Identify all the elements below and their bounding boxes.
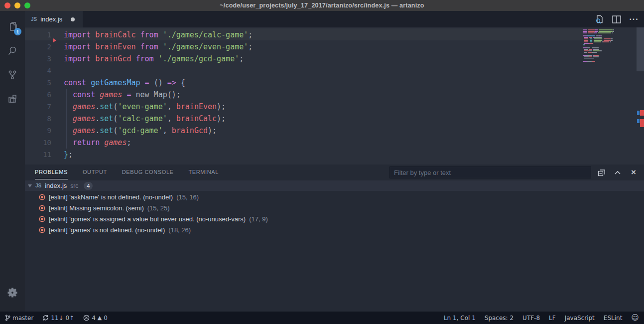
line-number: 8 xyxy=(25,115,51,123)
minimap-line xyxy=(583,59,637,60)
line-number: 5 xyxy=(25,79,51,87)
maximize-panel-icon[interactable] xyxy=(613,168,622,177)
problem-location: (15, 25) xyxy=(147,204,170,212)
chevron-expanded-icon[interactable] xyxy=(28,184,32,187)
code-line[interactable]: 2import brainEven from './games/even-gam… xyxy=(25,41,253,53)
problems-file-path: src xyxy=(70,182,78,189)
status-bar-right: Ln 1, Col 1Spaces: 2UTF-8LFJavaScriptESL… xyxy=(435,314,639,322)
git-branch-item[interactable]: master xyxy=(5,315,33,322)
minimap-line xyxy=(583,29,637,30)
git-sync-item[interactable]: 11↓ 0↑ xyxy=(42,315,74,322)
problem-row[interactable]: [eslint] 'games' is not defined. (no-und… xyxy=(25,224,644,235)
status-item-javascript[interactable]: JavaScript xyxy=(565,315,595,322)
status-item-ln-1-col-1[interactable]: Ln 1, Col 1 xyxy=(444,315,476,322)
code-line[interactable]: 9 games.set('gcd-game', brainGcd); xyxy=(25,125,253,137)
collapse-all-icon[interactable] xyxy=(597,168,606,177)
js-file-icon: JS xyxy=(35,183,41,188)
status-item-lf[interactable]: LF xyxy=(549,315,556,322)
code-line[interactable]: 3import brainGcd from './games/gcd-game'… xyxy=(25,53,253,65)
problem-message: [eslint] 'gomes' is assigned a value but… xyxy=(49,215,246,223)
error-icon xyxy=(39,216,45,222)
error-count: 4 xyxy=(92,315,96,322)
code-text: import brainCalc from './games/calc-game… xyxy=(64,30,253,39)
code-editor[interactable]: 1import brainCalc from './games/calc-gam… xyxy=(25,27,644,164)
problem-row[interactable]: [eslint] 'gomes' is assigned a value but… xyxy=(25,213,644,224)
explorer-icon[interactable]: 1 xyxy=(0,15,25,39)
code-line[interactable]: 8 games.set('calc-game', brainCalc); xyxy=(25,113,253,125)
ruler-error-mark xyxy=(640,119,644,127)
source-control-icon[interactable] xyxy=(0,63,25,87)
line-number: 3 xyxy=(25,55,51,63)
extensions-icon[interactable] xyxy=(0,87,25,111)
panel-tab-output[interactable]: OUTPUT xyxy=(83,164,107,179)
code-line[interactable]: 5const getGamesMap = () => { xyxy=(25,77,253,89)
problem-row[interactable]: [eslint] Missing semicolon. (semi)(15, 2… xyxy=(25,202,644,213)
code-text: }; xyxy=(64,150,73,159)
code-text: return games; xyxy=(64,138,131,147)
error-icon xyxy=(39,227,45,233)
panel-tab-terminal[interactable]: TERMINAL xyxy=(189,164,219,179)
warning-count: 0 xyxy=(104,315,108,322)
code-line[interactable]: 4 xyxy=(25,65,253,77)
code-area: 1import brainCalc from './games/calc-gam… xyxy=(25,29,253,161)
panel-tab-problems[interactable]: PROBLEMS xyxy=(35,164,68,179)
split-editor-icon[interactable] xyxy=(612,14,622,24)
js-file-icon: JS xyxy=(31,16,37,22)
window-title: ~/code/user_projects/july_17_2017/artani… xyxy=(0,2,644,9)
scrollbar-slider[interactable] xyxy=(637,27,644,71)
minimap-line xyxy=(583,44,637,45)
code-line[interactable]: 1import brainCalc from './games/calc-gam… xyxy=(25,29,253,41)
problems-file-group[interactable]: JS index.js src 4 xyxy=(25,180,644,191)
minimap-line xyxy=(583,50,637,51)
modified-dot-icon[interactable] xyxy=(71,17,75,21)
search-icon[interactable] xyxy=(0,39,25,63)
problems-list: [eslint] 'askName' is not defined. (no-u… xyxy=(25,191,644,235)
status-item-eslint[interactable]: ESLint xyxy=(604,315,623,322)
code-line[interactable]: 6 const games = new Map(); xyxy=(25,89,253,101)
overview-ruler[interactable] xyxy=(637,27,644,164)
code-line[interactable]: 7 games.set('even-game', brainEven); xyxy=(25,101,253,113)
close-panel-icon[interactable]: × xyxy=(629,168,638,177)
minimap-line xyxy=(583,52,637,53)
more-actions-icon[interactable]: ··· xyxy=(629,14,639,24)
problem-row[interactable]: [eslint] 'askName' is not defined. (no-u… xyxy=(25,191,644,202)
minimap-line xyxy=(583,34,637,35)
error-icon xyxy=(83,315,90,321)
line-number: 7 xyxy=(25,103,51,111)
panel-tab-debug-console[interactable]: DEBUG CONSOLE xyxy=(122,164,174,179)
minimap-line xyxy=(583,58,637,59)
line-number: 1 xyxy=(25,31,51,39)
error-icon xyxy=(39,194,45,200)
problems-filter-input[interactable] xyxy=(389,166,591,178)
line-number: 4 xyxy=(25,67,51,75)
settings-gear-icon[interactable] xyxy=(0,281,25,305)
minimap-line xyxy=(583,53,637,54)
sync-icon xyxy=(42,315,49,321)
problem-location: (18, 26) xyxy=(168,226,191,234)
tab-index-js[interactable]: JS index.js xyxy=(25,11,83,27)
feedback-smiley-icon[interactable]: ☺ xyxy=(631,314,639,322)
problem-message: [eslint] 'askName' is not defined. (no-u… xyxy=(49,193,173,201)
problems-status-item[interactable]: 4 ▲ 0 xyxy=(83,315,108,322)
gutter-error-marker xyxy=(53,38,56,42)
code-line[interactable]: 10 return games; xyxy=(25,137,253,149)
status-item-utf-8[interactable]: UTF-8 xyxy=(522,315,540,322)
minimap[interactable] xyxy=(583,29,637,62)
tab-strip: JS index.js xyxy=(25,11,644,27)
code-text: const getGamesMap = () => { xyxy=(64,78,185,87)
title-bar: ~/code/user_projects/july_17_2017/artani… xyxy=(0,0,644,11)
sync-counts: 11↓ 0↑ xyxy=(51,315,74,322)
code-line[interactable]: 11}; xyxy=(25,149,253,161)
minimap-line xyxy=(583,49,637,50)
minimap-line xyxy=(583,41,637,42)
branch-name: master xyxy=(12,315,33,322)
minimap-line xyxy=(583,46,637,47)
ruler-modified-mark xyxy=(637,111,640,115)
line-number: 11 xyxy=(25,151,51,159)
problems-count-badge: 4 xyxy=(84,182,93,190)
open-changes-icon[interactable] xyxy=(594,14,604,24)
minimap-line xyxy=(583,31,637,32)
error-icon xyxy=(39,205,45,211)
status-item-spaces-2[interactable]: Spaces: 2 xyxy=(485,315,514,322)
warning-icon: ▲ xyxy=(98,315,102,321)
